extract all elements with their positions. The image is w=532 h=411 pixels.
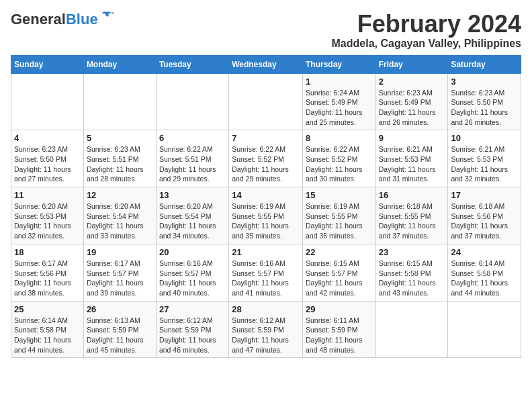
day-number: 17 [451,190,518,200]
day-number: 8 [306,133,373,143]
day-info: Sunrise: 6:22 AM Sunset: 5:52 PM Dayligh… [232,144,300,184]
day-info: Sunrise: 6:11 AM Sunset: 5:59 PM Dayligh… [306,316,373,355]
calendar-cell: 26Sunrise: 6:13 AM Sunset: 5:59 PM Dayli… [83,301,156,358]
day-number: 3 [451,77,518,87]
day-number: 28 [232,304,300,314]
logo-blue: Blue [66,11,98,28]
calendar-cell: 5Sunrise: 6:23 AM Sunset: 5:51 PM Daylig… [83,130,156,187]
calendar-cell: 28Sunrise: 6:12 AM Sunset: 5:59 PM Dayli… [229,301,303,358]
day-number: 27 [159,304,226,314]
day-info: Sunrise: 6:16 AM Sunset: 5:57 PM Dayligh… [232,259,300,298]
day-number: 25 [14,304,81,314]
calendar-cell: 11Sunrise: 6:20 AM Sunset: 5:53 PM Dayli… [11,187,84,244]
day-number: 15 [306,190,373,200]
day-number: 14 [232,190,300,200]
day-info: Sunrise: 6:19 AM Sunset: 5:55 PM Dayligh… [232,201,300,241]
day-info: Sunrise: 6:12 AM Sunset: 5:59 PM Dayligh… [159,316,226,355]
calendar-cell [11,73,84,130]
day-number: 9 [379,133,445,143]
day-info: Sunrise: 6:23 AM Sunset: 5:50 PM Dayligh… [14,144,81,184]
day-info: Sunrise: 6:19 AM Sunset: 5:55 PM Dayligh… [306,201,373,241]
calendar-cell: 2Sunrise: 6:23 AM Sunset: 5:49 PM Daylig… [375,73,448,130]
calendar-cell: 24Sunrise: 6:14 AM Sunset: 5:58 PM Dayli… [448,244,521,301]
title-block: February 2024 Maddela, Cagayan Valley, P… [332,11,521,50]
calendar-week-row: 4Sunrise: 6:23 AM Sunset: 5:50 PM Daylig… [11,130,521,187]
day-info: Sunrise: 6:16 AM Sunset: 5:57 PM Dayligh… [159,259,226,298]
col-wednesday: Wednesday [229,55,303,73]
day-number: 1 [306,77,373,87]
calendar-cell: 13Sunrise: 6:20 AM Sunset: 5:54 PM Dayli… [156,187,228,244]
calendar-cell: 22Sunrise: 6:15 AM Sunset: 5:57 PM Dayli… [302,244,375,301]
day-info: Sunrise: 6:15 AM Sunset: 5:58 PM Dayligh… [379,259,445,298]
calendar-week-row: 11Sunrise: 6:20 AM Sunset: 5:53 PM Dayli… [11,187,521,244]
day-number: 19 [87,247,153,257]
day-info: Sunrise: 6:23 AM Sunset: 5:49 PM Dayligh… [379,88,445,128]
calendar-cell: 29Sunrise: 6:11 AM Sunset: 5:59 PM Dayli… [302,301,375,358]
calendar-cell: 17Sunrise: 6:18 AM Sunset: 5:56 PM Dayli… [448,187,521,244]
day-info: Sunrise: 6:23 AM Sunset: 5:51 PM Dayligh… [87,144,153,184]
day-info: Sunrise: 6:14 AM Sunset: 5:58 PM Dayligh… [14,316,81,355]
calendar-cell: 21Sunrise: 6:16 AM Sunset: 5:57 PM Dayli… [229,244,303,301]
day-info: Sunrise: 6:22 AM Sunset: 5:52 PM Dayligh… [306,144,373,184]
calendar-week-row: 25Sunrise: 6:14 AM Sunset: 5:58 PM Dayli… [11,301,521,358]
day-number: 12 [87,190,153,200]
day-info: Sunrise: 6:21 AM Sunset: 5:53 PM Dayligh… [379,144,445,184]
day-number: 2 [379,77,445,87]
col-monday: Monday [83,55,156,73]
day-info: Sunrise: 6:17 AM Sunset: 5:57 PM Dayligh… [87,259,153,298]
day-number: 4 [14,133,81,143]
day-number: 18 [14,247,81,257]
calendar-cell: 25Sunrise: 6:14 AM Sunset: 5:58 PM Dayli… [11,301,84,358]
col-saturday: Saturday [448,55,521,73]
logo: GeneralBlue [11,11,114,28]
calendar-cell: 9Sunrise: 6:21 AM Sunset: 5:53 PM Daylig… [375,130,448,187]
calendar-cell: 12Sunrise: 6:20 AM Sunset: 5:54 PM Dayli… [83,187,156,244]
day-info: Sunrise: 6:22 AM Sunset: 5:51 PM Dayligh… [159,144,226,184]
day-number: 16 [379,190,445,200]
calendar-cell: 20Sunrise: 6:16 AM Sunset: 5:57 PM Dayli… [156,244,228,301]
calendar-cell: 14Sunrise: 6:19 AM Sunset: 5:55 PM Dayli… [229,187,303,244]
day-number: 29 [306,304,373,314]
day-number: 24 [451,247,518,257]
calendar-cell: 15Sunrise: 6:19 AM Sunset: 5:55 PM Dayli… [302,187,375,244]
day-info: Sunrise: 6:20 AM Sunset: 5:54 PM Dayligh… [159,201,226,241]
calendar-header-row: Sunday Monday Tuesday Wednesday Thursday… [11,55,521,73]
day-info: Sunrise: 6:20 AM Sunset: 5:54 PM Dayligh… [87,201,153,241]
calendar-cell: 23Sunrise: 6:15 AM Sunset: 5:58 PM Dayli… [375,244,448,301]
calendar-cell: 16Sunrise: 6:18 AM Sunset: 5:55 PM Dayli… [375,187,448,244]
calendar-title: February 2024 [332,11,521,38]
col-tuesday: Tuesday [156,55,228,73]
calendar-cell [83,73,156,130]
calendar-cell: 18Sunrise: 6:17 AM Sunset: 5:56 PM Dayli… [11,244,84,301]
calendar-cell [448,301,521,358]
day-info: Sunrise: 6:24 AM Sunset: 5:49 PM Dayligh… [306,88,373,128]
day-info: Sunrise: 6:23 AM Sunset: 5:50 PM Dayligh… [451,88,518,128]
day-info: Sunrise: 6:17 AM Sunset: 5:56 PM Dayligh… [14,259,81,298]
day-number: 21 [232,247,300,257]
calendar-week-row: 18Sunrise: 6:17 AM Sunset: 5:56 PM Dayli… [11,244,521,301]
day-number: 23 [379,247,445,257]
day-info: Sunrise: 6:20 AM Sunset: 5:53 PM Dayligh… [14,201,81,241]
calendar-cell [229,73,303,130]
day-info: Sunrise: 6:13 AM Sunset: 5:59 PM Dayligh… [87,316,153,355]
day-number: 13 [159,190,226,200]
calendar-cell: 4Sunrise: 6:23 AM Sunset: 5:50 PM Daylig… [11,130,84,187]
day-number: 20 [159,247,226,257]
calendar-cell: 19Sunrise: 6:17 AM Sunset: 5:57 PM Dayli… [83,244,156,301]
day-number: 6 [159,133,226,143]
day-info: Sunrise: 6:21 AM Sunset: 5:53 PM Dayligh… [451,144,518,184]
calendar-cell: 10Sunrise: 6:21 AM Sunset: 5:53 PM Dayli… [448,130,521,187]
calendar-cell: 8Sunrise: 6:22 AM Sunset: 5:52 PM Daylig… [302,130,375,187]
calendar-cell [375,301,448,358]
col-sunday: Sunday [11,55,84,73]
calendar-cell: 27Sunrise: 6:12 AM Sunset: 5:59 PM Dayli… [156,301,228,358]
col-friday: Friday [375,55,448,73]
calendar-cell: 7Sunrise: 6:22 AM Sunset: 5:52 PM Daylig… [229,130,303,187]
calendar-cell: 1Sunrise: 6:24 AM Sunset: 5:49 PM Daylig… [302,73,375,130]
calendar-cell: 6Sunrise: 6:22 AM Sunset: 5:51 PM Daylig… [156,130,228,187]
calendar-cell: 3Sunrise: 6:23 AM Sunset: 5:50 PM Daylig… [448,73,521,130]
calendar-cell [156,73,228,130]
day-number: 22 [306,247,373,257]
calendar-table: Sunday Monday Tuesday Wednesday Thursday… [11,55,521,359]
logo-general: General [11,11,66,28]
